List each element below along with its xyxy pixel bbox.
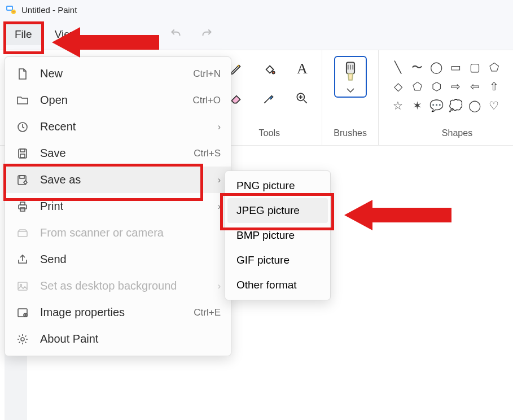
file-props-label: Image properties xyxy=(40,306,183,319)
file-send-item[interactable]: Send xyxy=(5,246,231,273)
color-picker-tool-icon[interactable] xyxy=(261,90,278,107)
file-print-label: Print xyxy=(40,200,208,213)
arrow-up-shape-icon[interactable]: ⇧ xyxy=(486,78,502,94)
folder-icon xyxy=(15,95,30,106)
image-icon xyxy=(15,281,30,292)
svg-point-4 xyxy=(273,71,275,73)
file-wallpaper-item: Set as desktop background › xyxy=(5,273,231,299)
annotation-arrow-jpeg xyxy=(344,195,457,235)
file-wallpaper-label: Set as desktop background xyxy=(40,279,208,292)
arrow-right-shape-icon[interactable]: ⇨ xyxy=(448,78,463,94)
saveas-submenu: PNG picture JPEG picture BMP picture GIF… xyxy=(225,170,331,300)
brushes-dropdown[interactable] xyxy=(334,56,367,98)
file-menu-dropdown: New Ctrl+N Open Ctrl+O Recent › Save Ctr… xyxy=(5,56,231,356)
rounded-rect-shape-icon[interactable]: ▢ xyxy=(467,59,483,75)
file-new-label: New xyxy=(40,67,183,80)
speech-bub-shape-icon[interactable]: 💬 xyxy=(428,98,444,113)
callout-shape-icon[interactable]: ◯ xyxy=(467,98,483,113)
chevron-right-icon: › xyxy=(218,122,221,132)
svg-rect-14 xyxy=(20,202,25,205)
shapes-group: ╲ 〜 ◯ ▭ ▢ ⬠ ◇ ⬠ ⬡ ⇨ ⇦ ⇧ ☆ ✶ 💬 💭 ◯ ♡ Shap… xyxy=(379,50,513,145)
tools-group-label: Tools xyxy=(259,128,280,142)
brushes-group-label: Brushes xyxy=(334,128,367,142)
curve-shape-icon[interactable]: 〜 xyxy=(409,59,425,75)
file-save-shortcut: Ctrl+S xyxy=(194,148,221,159)
shapes-gallery[interactable]: ╲ 〜 ◯ ▭ ▢ ⬠ ◇ ⬠ ⬡ ⇨ ⇦ ⇧ ☆ ✶ 💬 💭 ◯ ♡ xyxy=(390,56,502,117)
svg-rect-9 xyxy=(20,149,25,152)
file-recent-label: Recent xyxy=(40,120,208,133)
file-save-item[interactable]: Save Ctrl+S xyxy=(5,140,231,167)
file-new-shortcut: Ctrl+N xyxy=(193,68,221,80)
line-shape-icon[interactable]: ╲ xyxy=(390,59,406,75)
printer-icon xyxy=(15,200,30,213)
hexagon-shape-icon[interactable]: ⬡ xyxy=(428,78,444,94)
svg-rect-10 xyxy=(20,154,25,158)
shapes-group-label: Shapes xyxy=(442,128,472,142)
clock-icon xyxy=(15,121,30,133)
saveas-gif-item[interactable]: GIF picture xyxy=(227,248,328,273)
fill-tool-icon[interactable] xyxy=(261,60,278,77)
paint-app-icon xyxy=(5,3,17,16)
window-title: Untitled - Paint xyxy=(21,5,77,15)
file-recent-item[interactable]: Recent › xyxy=(5,113,231,140)
rect-shape-icon[interactable]: ▭ xyxy=(448,59,463,75)
star6-shape-icon[interactable]: ✶ xyxy=(409,98,425,113)
file-save-label: Save xyxy=(40,147,183,160)
file-props-item[interactable]: Image properties Ctrl+E xyxy=(5,299,231,326)
annotation-arrow-file xyxy=(52,23,165,62)
polygon-shape-icon[interactable]: ⬠ xyxy=(486,59,502,75)
brushes-group: Brushes xyxy=(322,50,379,145)
file-scanner-label: From scanner or camera xyxy=(40,226,221,239)
file-open-label: Open xyxy=(40,94,182,107)
tools-group: A Tools xyxy=(217,50,322,145)
svg-rect-15 xyxy=(20,208,25,211)
image-props-icon xyxy=(15,307,30,318)
annotation-box-file xyxy=(3,21,44,54)
titlebar: Untitled - Paint xyxy=(0,0,513,19)
chevron-right-icon: › xyxy=(218,175,221,185)
saveas-other-item[interactable]: Other format xyxy=(227,273,328,298)
svg-marker-22 xyxy=(52,27,159,58)
file-open-shortcut: Ctrl+O xyxy=(192,95,221,106)
share-icon xyxy=(15,253,30,266)
file-props-shortcut: Ctrl+E xyxy=(194,307,221,318)
heart-shape-icon[interactable]: ♡ xyxy=(486,98,502,113)
file-about-item[interactable]: About Paint xyxy=(5,326,231,352)
svg-rect-8 xyxy=(19,149,27,158)
pentagon-shape-icon[interactable]: ⬠ xyxy=(409,78,425,94)
text-tool-icon[interactable]: A xyxy=(293,60,310,77)
diamond-shape-icon[interactable]: ◇ xyxy=(390,78,406,94)
file-scanner-item: From scanner or camera xyxy=(5,220,231,246)
oval-shape-icon[interactable]: ◯ xyxy=(428,59,444,75)
chevron-right-icon: › xyxy=(218,281,221,291)
file-icon xyxy=(15,68,30,80)
magnifier-tool-icon[interactable] xyxy=(293,90,310,107)
file-open-item[interactable]: Open Ctrl+O xyxy=(5,87,231,113)
svg-rect-16 xyxy=(18,231,27,237)
svg-rect-17 xyxy=(18,282,27,290)
undo-redo-group xyxy=(169,26,214,43)
undo-button[interactable] xyxy=(169,26,183,43)
chevron-down-icon xyxy=(346,88,355,93)
gear-icon xyxy=(15,333,30,345)
annotation-box-jpeg xyxy=(220,193,334,230)
arrow-left-shape-icon[interactable]: ⇦ xyxy=(467,78,483,94)
svg-point-21 xyxy=(21,338,24,341)
star5-shape-icon[interactable]: ☆ xyxy=(390,98,406,113)
file-new-item[interactable]: New Ctrl+N xyxy=(5,60,231,87)
annotation-box-saveas xyxy=(3,164,203,201)
svg-rect-1 xyxy=(7,7,12,10)
svg-rect-13 xyxy=(19,205,27,209)
file-send-label: Send xyxy=(40,253,221,266)
svg-rect-3 xyxy=(12,11,15,12)
save-icon xyxy=(15,147,30,160)
scanner-icon xyxy=(15,228,30,238)
file-about-label: About Paint xyxy=(40,333,221,345)
svg-marker-23 xyxy=(344,200,451,230)
thought-bub-shape-icon[interactable]: 💭 xyxy=(448,98,463,113)
redo-button[interactable] xyxy=(199,26,214,43)
